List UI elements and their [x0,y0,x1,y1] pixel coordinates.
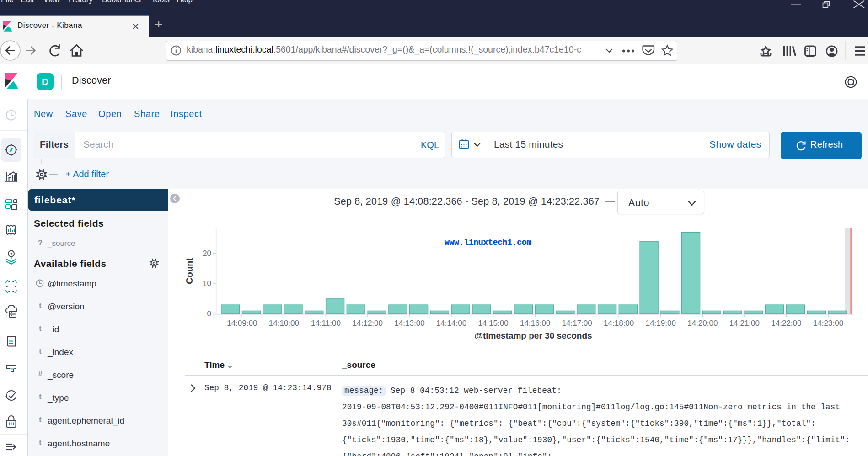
svg-text:14:09:00: 14:09:00 [227,319,257,328]
svg-text:14:19:00: 14:19:00 [646,319,676,328]
svg-text:14:16:00: 14:16:00 [520,319,550,328]
svg-text:14:13:00: 14:13:00 [394,319,424,328]
svg-text:0: 0 [207,309,211,318]
svg-text:14:22:00: 14:22:00 [771,319,801,328]
svg-text:10: 10 [203,279,211,288]
svg-text:14:23:00: 14:23:00 [813,319,843,328]
svg-text:Count: Count [184,258,194,284]
svg-text:14:11:00: 14:11:00 [311,319,341,328]
svg-text:14:10:00: 14:10:00 [269,319,299,328]
svg-text:14:15:00: 14:15:00 [478,319,509,328]
svg-text:14:12:00: 14:12:00 [353,319,383,328]
svg-text:14:14:00: 14:14:00 [436,319,466,328]
svg-text:14:17:00: 14:17:00 [562,319,592,328]
svg-text:14:21:00: 14:21:00 [729,319,760,328]
svg-text:20: 20 [203,249,211,258]
svg-text:14:18:00: 14:18:00 [604,319,634,328]
svg-text:@timestamp per 30 seconds: @timestamp per 30 seconds [474,331,592,340]
svg-text:14:20:00: 14:20:00 [687,319,718,328]
